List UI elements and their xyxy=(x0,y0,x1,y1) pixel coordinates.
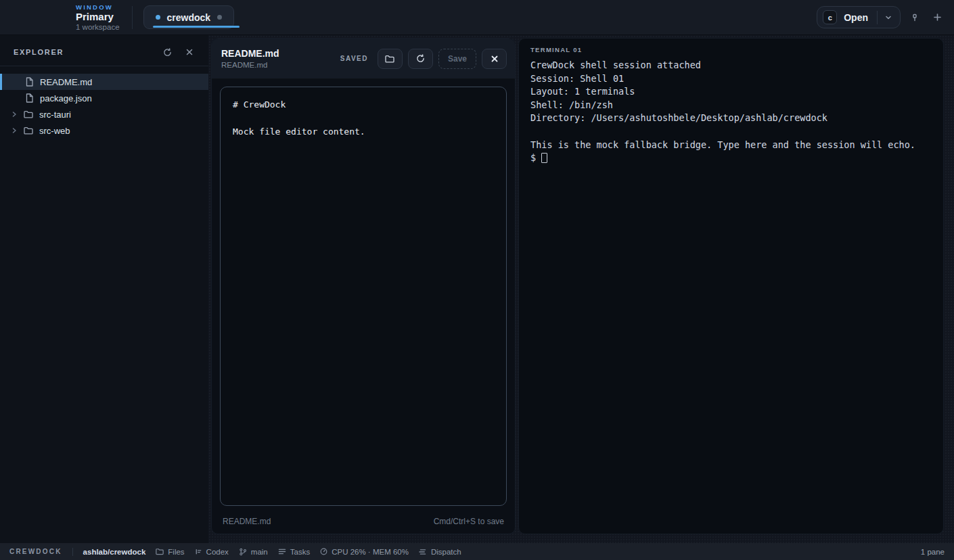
statusbar-separator xyxy=(72,548,73,556)
statusbar-item-branch[interactable]: main xyxy=(239,548,268,556)
plus-icon[interactable] xyxy=(929,9,945,26)
editor-textarea[interactable]: # CrewDock Mock file editor content. xyxy=(220,87,507,506)
terminal-line: Session: Shell 01 xyxy=(530,72,932,86)
statusbar: CREWDOCK ashlab/crewdock Files Codex mai… xyxy=(0,543,954,560)
close-editor-button[interactable] xyxy=(482,49,507,69)
terminal-cursor xyxy=(541,153,547,163)
explorer-sidebar: EXPLORER README.md xyxy=(0,35,208,543)
statusbar-item-label: Tasks xyxy=(290,548,310,556)
terminal-line: CrewDock shell session attached xyxy=(530,59,932,72)
explorer-actions xyxy=(162,47,195,57)
editor-file-path: README.md xyxy=(221,61,279,69)
gauge-icon xyxy=(320,548,327,555)
refresh-icon xyxy=(416,54,425,63)
terminal-line: Directory: /Users/ashutoshbele/Desktop/a… xyxy=(530,112,932,125)
statusbar-item-resources: CPU 26% · MEM 60% xyxy=(320,548,409,556)
folder-icon xyxy=(24,126,33,135)
folder-row-src-web[interactable]: src-web xyxy=(0,122,208,139)
workspace-count: 1 workspace xyxy=(76,23,120,31)
statusbar-item-label: CPU 26% · MEM 60% xyxy=(332,548,409,556)
file-icon xyxy=(25,77,34,87)
file-row-readme[interactable]: README.md xyxy=(0,74,208,90)
statusbar-item-label: Files xyxy=(168,548,184,556)
terminal-prompt[interactable]: $ xyxy=(530,151,932,165)
git-branch-icon xyxy=(239,548,247,556)
open-separator xyxy=(877,11,878,24)
statusbar-item-label: main xyxy=(251,548,268,556)
topbar-right: c Open xyxy=(817,6,954,28)
pane-count: 1 pane xyxy=(921,548,945,556)
statusbar-item-codex[interactable]: Codex xyxy=(195,548,229,556)
editor-panel: README.md README.md SAVED Save xyxy=(211,38,516,534)
terminal-line: Layout: 1 terminals xyxy=(530,85,932,99)
saved-status-badge: SAVED xyxy=(340,55,368,62)
folder-icon xyxy=(24,110,33,118)
chevron-right-icon xyxy=(11,111,18,118)
tasks-icon xyxy=(278,548,286,555)
codex-icon xyxy=(195,548,202,555)
repo-label[interactable]: ashlab/crewdock xyxy=(83,548,146,556)
save-button[interactable]: Save xyxy=(438,49,476,69)
file-row-package-json[interactable]: package.json xyxy=(0,90,208,106)
tab-label: crewdock xyxy=(167,12,211,23)
editor-footer-filename: README.md xyxy=(223,517,271,526)
statusbar-item-dispatch[interactable]: Dispatch xyxy=(419,548,461,556)
statusbar-item-files[interactable]: Files xyxy=(156,548,184,556)
folder-label: src-tauri xyxy=(39,110,71,120)
statusbar-item-tasks[interactable]: Tasks xyxy=(278,548,310,556)
folder-icon xyxy=(156,548,164,555)
folder-row-src-tauri[interactable]: src-tauri xyxy=(0,106,208,122)
open-button[interactable]: c Open xyxy=(817,6,901,28)
terminal-line xyxy=(530,125,932,139)
statusbar-item-label: Dispatch xyxy=(431,548,461,556)
terminal-title: TERMINAL 01 xyxy=(530,46,932,53)
tab-close-dot[interactable] xyxy=(217,15,222,20)
chevron-down-icon[interactable] xyxy=(884,14,892,22)
brand-label: CREWDOCK xyxy=(9,548,62,555)
close-icon xyxy=(491,55,499,63)
editor-actions: SAVED Save xyxy=(340,49,507,69)
reload-file-button[interactable] xyxy=(408,49,433,69)
explorer-title: EXPLORER xyxy=(14,48,64,56)
main-area: EXPLORER README.md xyxy=(0,35,954,543)
topbar-divider xyxy=(132,6,133,29)
close-icon[interactable] xyxy=(184,47,195,57)
explorer-header: EXPLORER xyxy=(0,35,208,66)
open-folder-button[interactable] xyxy=(378,49,403,69)
window-name: Primary xyxy=(76,11,120,22)
pin-icon[interactable] xyxy=(907,9,923,26)
terminal-line: This is the mock fallback bridge. Type h… xyxy=(530,139,932,152)
file-tree: README.md package.json src-tauri xyxy=(0,66,208,139)
statusbar-item-label: Codex xyxy=(206,548,229,556)
refresh-icon[interactable] xyxy=(162,47,173,57)
tab-crewdock[interactable]: crewdock xyxy=(143,5,235,29)
terminal-panel[interactable]: TERMINAL 01 CrewDock shell session attac… xyxy=(518,38,944,534)
file-icon xyxy=(25,93,34,103)
open-label: Open xyxy=(844,12,868,23)
topbar: WINDOW Primary 1 workspace crewdock c Op… xyxy=(0,0,954,35)
editor-body: # CrewDock Mock file editor content. xyxy=(212,79,515,513)
editor-footer: README.md Cmd/Ctrl+S to save xyxy=(212,513,515,534)
tab-active-dot xyxy=(156,15,160,20)
window-label: WINDOW xyxy=(76,3,120,11)
file-label: README.md xyxy=(40,77,92,87)
editor-save-hint: Cmd/Ctrl+S to save xyxy=(434,517,504,526)
tab-active-underline xyxy=(153,26,240,28)
terminal-line: Shell: /bin/zsh xyxy=(530,99,932,112)
file-label: package.json xyxy=(40,93,92,103)
editor-file-title: README.md xyxy=(221,48,279,59)
folder-icon xyxy=(385,55,394,63)
chevron-right-icon xyxy=(11,127,18,134)
folder-label: src-web xyxy=(39,126,70,136)
dispatch-icon xyxy=(419,549,427,555)
open-badge: c xyxy=(823,10,837,24)
editor-header: README.md README.md SAVED Save xyxy=(212,39,515,79)
prompt-symbol: $ xyxy=(530,151,536,165)
editor-titles: README.md README.md xyxy=(221,48,279,69)
window-info: WINDOW Primary 1 workspace xyxy=(76,3,120,31)
app-window: WINDOW Primary 1 workspace crewdock c Op… xyxy=(0,0,954,560)
